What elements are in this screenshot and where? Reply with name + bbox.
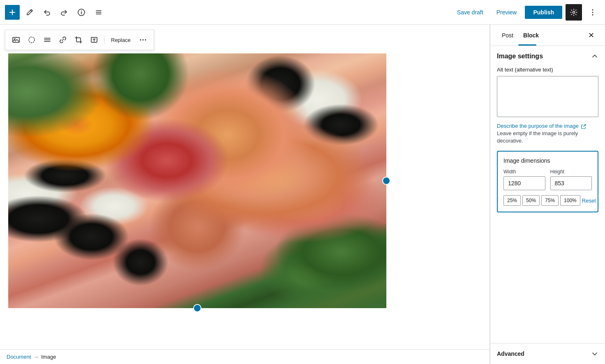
- percent-buttons: 25% 50% 75% 100% Reset: [503, 195, 592, 206]
- undo-button[interactable]: [39, 5, 54, 20]
- percent-50-button[interactable]: 50%: [522, 195, 540, 206]
- advanced-section: Advanced: [490, 343, 605, 364]
- section-collapse-button[interactable]: [591, 53, 598, 60]
- sushi-image: [8, 53, 386, 308]
- editor-area: Replace Document → Image: [0, 25, 490, 364]
- resize-handle-right[interactable]: [382, 177, 390, 185]
- save-draft-button[interactable]: Save draft: [452, 7, 488, 18]
- crop-tool-button[interactable]: [71, 32, 86, 47]
- reset-button[interactable]: Reset: [582, 198, 596, 204]
- toolbar-left: [5, 5, 452, 20]
- sidebar-tabs: Post Block ✕: [490, 25, 605, 46]
- alt-text-label: Alt text (alternative text): [497, 67, 598, 73]
- pen-tool-button[interactable]: [22, 5, 37, 20]
- dimensions-title: Image dimensions: [503, 157, 592, 164]
- sidebar: Post Block ✕ Image settings Alt text (al…: [490, 25, 605, 364]
- section-title: Image settings: [497, 53, 543, 60]
- sidebar-content: Image settings Alt text (alternative tex…: [490, 46, 605, 343]
- svg-point-9: [592, 9, 593, 10]
- image-settings-header: Image settings: [497, 53, 598, 60]
- image-block-toolbar: Replace: [5, 30, 154, 50]
- svg-point-14: [29, 37, 35, 43]
- dimensions-row: Width Height: [503, 169, 592, 190]
- width-label: Width: [503, 169, 545, 175]
- link-tool-button[interactable]: [55, 32, 70, 47]
- svg-point-20: [142, 39, 143, 41]
- more-options-button[interactable]: [585, 5, 600, 20]
- redo-button[interactable]: [57, 5, 72, 20]
- svg-point-19: [140, 39, 141, 41]
- height-input[interactable]: [550, 176, 592, 190]
- image-tool-button[interactable]: [9, 32, 23, 47]
- align-tool-button[interactable]: [40, 32, 55, 47]
- canvas-scroll[interactable]: [0, 25, 490, 349]
- text-overlay-tool-button[interactable]: [87, 32, 102, 47]
- percent-25-button[interactable]: 25%: [503, 195, 521, 206]
- tab-post[interactable]: Post: [497, 26, 518, 44]
- svg-point-10: [592, 12, 593, 13]
- preview-button[interactable]: Preview: [492, 7, 522, 18]
- list-view-button[interactable]: [91, 5, 106, 20]
- alt-text-hint: Leave empty if the image is purely decor…: [497, 130, 578, 144]
- percent-75-button[interactable]: 75%: [541, 195, 559, 206]
- crop-circle-tool-button[interactable]: [24, 32, 39, 47]
- breadcrumb-document[interactable]: Document: [7, 354, 31, 360]
- advanced-header[interactable]: Advanced: [497, 343, 598, 364]
- percent-100-button[interactable]: 100%: [560, 195, 580, 206]
- image-container: [8, 53, 386, 308]
- breadcrumb-separator: →: [33, 354, 39, 360]
- svg-rect-12: [13, 37, 19, 42]
- tab-block[interactable]: Block: [518, 26, 544, 44]
- height-field: Height: [550, 169, 592, 190]
- block-more-button[interactable]: [136, 32, 150, 47]
- height-label: Height: [550, 169, 592, 175]
- toolbar-divider: [104, 35, 104, 45]
- add-block-button[interactable]: [5, 5, 20, 20]
- top-toolbar: Save draft Preview Publish: [0, 0, 605, 25]
- width-field: Width: [503, 169, 545, 190]
- settings-button[interactable]: [566, 4, 582, 21]
- svg-point-21: [145, 39, 146, 41]
- svg-point-11: [592, 14, 593, 15]
- tab-active-underline: [518, 44, 536, 46]
- publish-button[interactable]: Publish: [525, 6, 562, 19]
- alt-text-input[interactable]: [497, 76, 598, 117]
- toolbar-right: Save draft Preview Publish: [452, 4, 600, 21]
- info-button[interactable]: [74, 5, 89, 20]
- alt-text-hint-area: Describe the purpose of the image Leave …: [497, 122, 598, 144]
- main-area: Replace Document → Image: [0, 25, 605, 364]
- breadcrumb-bar: Document → Image: [0, 349, 490, 364]
- replace-button[interactable]: Replace: [107, 35, 135, 46]
- svg-point-8: [573, 11, 575, 13]
- resize-handle-bottom[interactable]: [193, 304, 201, 312]
- sidebar-close-button[interactable]: ✕: [584, 28, 598, 43]
- width-input[interactable]: [503, 176, 545, 190]
- breadcrumb-current: Image: [41, 354, 56, 360]
- advanced-title: Advanced: [497, 350, 524, 357]
- svg-point-4: [81, 10, 82, 11]
- alt-text-link[interactable]: Describe the purpose of the image: [497, 123, 586, 129]
- chevron-down-icon: [591, 350, 598, 357]
- image-dimensions-box: Image dimensions Width Height 25% 50% 75…: [497, 151, 598, 212]
- svg-point-13: [14, 39, 16, 40]
